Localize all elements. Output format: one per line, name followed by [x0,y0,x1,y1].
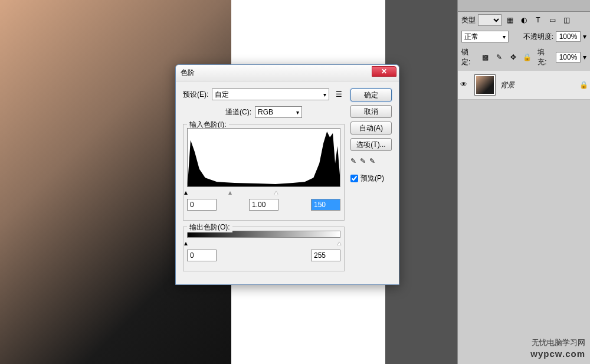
layers-panel: 类型 ▦ ◐ T ▭ ◫ 正常 不透明度: ▾ 锁定: ▩ ✎ ✥ 🔒 填充: … [457,0,590,364]
options-button[interactable]: 选项(T)... [350,138,392,151]
output-white-handle[interactable]: ▴ [337,239,343,245]
lock-label: 锁定: [461,47,477,67]
layer-lock-icon: 🔒 [579,81,588,89]
lock-all-icon[interactable]: 🔒 [522,52,533,63]
histogram [187,128,340,187]
preset-select[interactable]: 自定 [212,88,329,100]
fill-input[interactable] [556,52,581,63]
filter-adjust-icon[interactable]: ◐ [518,15,530,25]
panel-tabs[interactable] [458,0,590,12]
output-white-field[interactable] [311,250,340,261]
lock-transparent-icon[interactable]: ▩ [480,52,491,63]
layer-name-label[interactable]: 背景 [500,80,575,90]
filter-smart-icon[interactable]: ◫ [560,15,572,25]
watermark-url: wypcw.com [530,348,585,360]
levels-dialog: 色阶 ✕ 预设(E): 自定 ☰ 通道(C): RGB 输入色阶(I): [175,64,399,285]
input-black-field[interactable] [187,199,217,211]
opacity-chevron-icon[interactable]: ▾ [583,32,586,41]
lock-move-icon[interactable]: ✥ [507,52,519,63]
filter-text-icon[interactable]: T [532,15,544,25]
filter-type-select[interactable] [478,14,502,26]
output-levels-label: 输出色阶(O): [187,222,232,232]
eyedropper-black-icon[interactable]: ✎ [350,157,356,165]
visibility-eye-icon[interactable]: 👁 [460,80,470,90]
input-gamma-handle[interactable]: ▴ [228,188,234,194]
preset-menu-icon[interactable]: ☰ [333,89,345,100]
fill-chevron-icon[interactable]: ▾ [583,53,586,61]
opacity-input[interactable] [556,31,581,42]
filter-shape-icon[interactable]: ▭ [546,15,558,25]
input-black-handle[interactable]: ▴ [184,188,190,194]
filter-image-icon[interactable]: ▦ [504,15,516,25]
input-gamma-field[interactable] [249,199,278,211]
preview-checkbox[interactable] [350,175,358,182]
layers-list: 👁 背景 🔒 [458,71,590,100]
output-black-handle[interactable]: ▴ [184,239,190,245]
watermark: 无忧电脑学习网 wypcw.com [530,338,585,359]
layer-row[interactable]: 👁 背景 🔒 [458,71,590,100]
auto-button[interactable]: 自动(A) [350,122,392,135]
eyedropper-white-icon[interactable]: ✎ [369,157,375,165]
input-white-field[interactable] [311,199,340,211]
opacity-label: 不透明度: [523,32,553,42]
close-button[interactable]: ✕ [372,66,396,77]
preview-label: 预览(P) [360,173,384,183]
dialog-title: 色阶 [181,68,195,78]
ok-button[interactable]: 确定 [350,88,392,101]
output-slider-track[interactable]: ▴ ▴ [187,240,340,246]
eyedropper-gray-icon[interactable]: ✎ [360,157,366,165]
preset-label: 预设(E): [183,90,208,100]
lock-brush-icon[interactable]: ✎ [493,52,505,63]
filter-type-label: 类型 [461,15,476,25]
blend-mode-select[interactable]: 正常 [461,31,509,42]
cancel-button[interactable]: 取消 [350,105,392,118]
input-white-handle[interactable]: ▴ [274,188,280,194]
fill-label: 填充: [537,47,553,67]
watermark-cn: 无忧电脑学习网 [530,338,585,348]
channel-label: 通道(C): [225,107,251,117]
channel-select[interactable]: RGB [255,106,302,118]
input-slider-track[interactable]: ▴ ▴ ▴ [187,189,340,195]
dialog-titlebar[interactable]: 色阶 ✕ [176,65,399,81]
layer-thumbnail[interactable] [474,74,496,96]
output-black-field[interactable] [187,250,217,261]
